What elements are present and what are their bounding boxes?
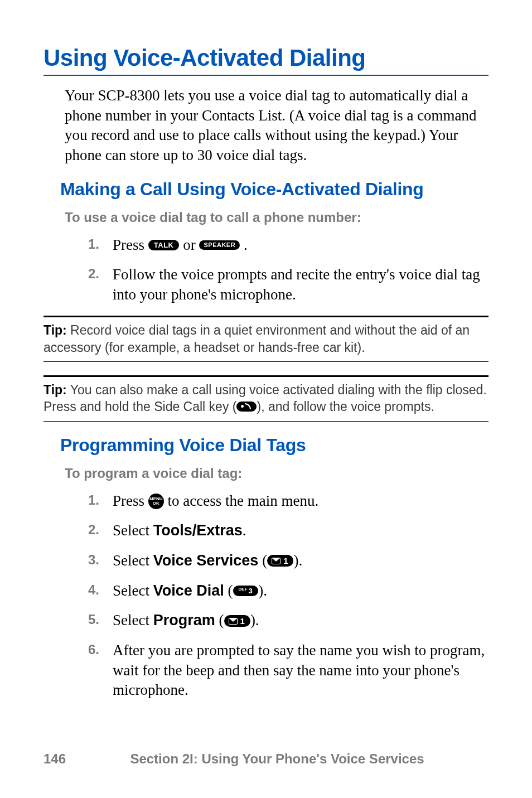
num: 1 (240, 616, 245, 626)
menu-item: Program (153, 612, 215, 628)
text: to access the main menu. (168, 492, 319, 509)
label: OK (153, 501, 159, 506)
text: . (244, 236, 248, 253)
menu-item: Tools/Extras (153, 522, 243, 539)
step-prog-2: Select Tools/Extras. (88, 521, 489, 541)
speaker-key-icon: SPEAKER (199, 240, 240, 250)
section-label: Section 2I: Using Your Phone's Voice Ser… (43, 751, 489, 767)
tip-flip-closed: Tip: You can also make a call using voic… (43, 375, 489, 422)
text: Select (113, 552, 153, 569)
step-prog-5: Select Program (1). (88, 611, 489, 631)
text: or (183, 236, 199, 253)
text: ). (250, 612, 259, 628)
num: 1 (283, 556, 288, 565)
tip-text: Record voice dial tags in a quiet enviro… (43, 323, 470, 354)
talk-key-icon: TALK (148, 240, 180, 250)
sup: DEF (239, 587, 248, 592)
step-call-1: Press TALK or SPEAKER . (88, 235, 489, 255)
text: ( (258, 552, 267, 569)
side-call-key-icon (236, 402, 257, 412)
menu-ok-key-icon: MENU OK (148, 494, 164, 509)
text: ( (224, 582, 233, 599)
step-prog-3: Select Voice Services (1). (88, 551, 489, 571)
text: . (243, 522, 246, 539)
section-heading-making-call: Making a Call Using Voice-Activated Dial… (60, 179, 489, 200)
text: Select (113, 612, 153, 628)
step-prog-6: After you are prompted to say the name y… (88, 641, 489, 700)
section-heading-programming: Programming Voice Dial Tags (60, 435, 489, 456)
step-prog-4: Select Voice Dial (DEF3). (88, 581, 489, 601)
tip-text: ), and follow the voice prompts. (257, 399, 434, 414)
text: ( (215, 612, 224, 628)
text: ). (258, 582, 267, 599)
lead-program: To program a voice dial tag: (65, 466, 489, 481)
menu-item: Voice Dial (153, 582, 224, 599)
page-number: 146 (43, 751, 66, 767)
num: 3 (249, 587, 253, 595)
tip-label: Tip: (43, 383, 67, 397)
envelope-icon (272, 558, 280, 564)
text: Select (113, 522, 153, 539)
steps-program: Press MENU OK to access the main menu. S… (43, 491, 489, 700)
step-call-2: Follow the voice prompts and recite the … (88, 265, 489, 304)
page-footer: 146 Section 2I: Using Your Phone's Voice… (43, 751, 489, 767)
text: ). (293, 552, 302, 569)
step-prog-1: Press MENU OK to access the main menu. (88, 491, 489, 511)
menu-item: Voice Services (153, 552, 259, 569)
page-title: Using Voice-Activated Dialing (43, 45, 489, 76)
tip-record-quiet: Tip: Record voice dial tags in a quiet e… (43, 316, 489, 362)
text: Press (113, 492, 148, 509)
key-1-icon: 1 (267, 555, 293, 567)
tip-label: Tip: (43, 323, 67, 337)
text: Press (113, 236, 148, 253)
key-def3-icon: DEF3 (233, 586, 259, 596)
intro-paragraph: Your SCP-8300 lets you use a voice dial … (65, 86, 489, 166)
steps-call: Press TALK or SPEAKER . Follow the voice… (43, 235, 489, 305)
lead-call: To use a voice dial tag to call a phone … (65, 210, 489, 225)
key-1-icon: 1 (224, 615, 250, 627)
envelope-icon (229, 618, 238, 625)
text: Select (113, 582, 153, 599)
